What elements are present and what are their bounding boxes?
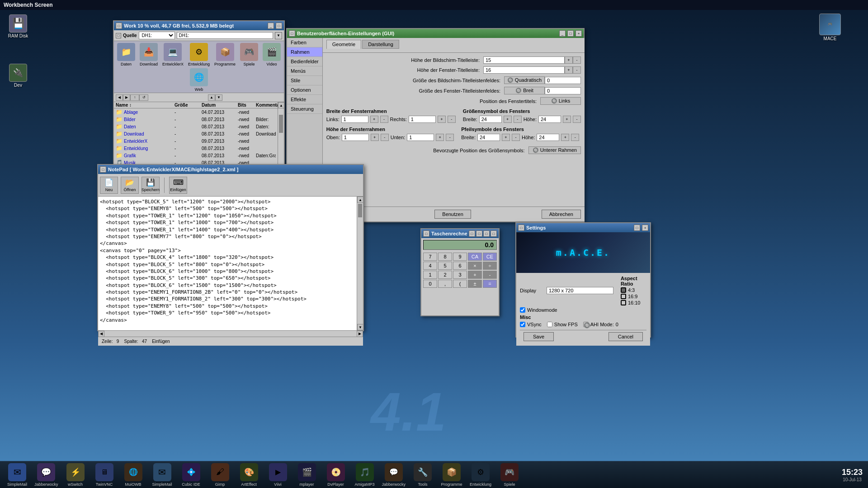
sidebar-item-bedienfelder[interactable]: Bedienfelder (287, 57, 322, 66)
taskbar-app-viivi[interactable]: ▶ Viivi (264, 462, 292, 488)
fm-min-btn[interactable]: _ (268, 23, 274, 29)
notepad-save-btn[interactable]: 💾 Speichern (142, 177, 160, 194)
gui-links-input[interactable] (341, 116, 368, 123)
gui-arrow-hoehe-inc[interactable]: + (561, 134, 569, 141)
notepad-scroll-down[interactable]: ▼ (357, 324, 363, 330)
fm-path-btn[interactable]: ▼ (275, 32, 282, 39)
sidebar-item-optionen[interactable]: Optionen (287, 85, 322, 95)
taskbar-app-muiowb[interactable]: 🌐 MuiOWB (120, 462, 147, 488)
calc-key-ca[interactable]: CA (468, 253, 482, 261)
calc-key-paren[interactable]: ( (453, 280, 467, 288)
calc-key-plus[interactable]: + (468, 271, 482, 279)
gui-window-title-size-btn[interactable]: 🔘 Breit (504, 87, 545, 94)
fm-icon-daten[interactable]: 📁 Daten (117, 43, 135, 66)
calc-titlebar[interactable]: □ Taschenrechner □ □ □ □ (421, 229, 499, 238)
gui-resize-hoehe-dec[interactable]: - (573, 116, 581, 123)
gui-arrow-breite-inc[interactable]: + (502, 134, 510, 141)
table-row[interactable]: 📁Entwicklung - 08.07.2013 -rwed (114, 145, 278, 152)
settings-ratio-1610[interactable]: 16:10 (621, 300, 646, 305)
fm-icon-video[interactable]: 🎬 Video (263, 43, 281, 66)
gui-max-btn[interactable]: □ (567, 30, 574, 37)
gui-screen-title-height-inc[interactable]: + (565, 56, 573, 64)
taskbar-app-gimp[interactable]: 🖌 Gimp (207, 462, 234, 488)
table-row[interactable]: 📁EntwicklerX - 09.07.2013 -rwed (114, 137, 278, 145)
calc-key-comma[interactable]: , (438, 280, 452, 288)
calc-key-8[interactable]: 8 (438, 253, 452, 261)
ram-disk-icon[interactable]: 💾 RAM Disk (4, 14, 33, 38)
fm-fwd-btn[interactable]: ▶ (123, 94, 130, 101)
settings-ratio-169[interactable]: 16:9 (621, 294, 646, 299)
settings-close-btn[interactable]: □ (518, 225, 524, 231)
file-manager-titlebar[interactable]: □ Work 10 % voll, 46,7 GB frei, 5.532,9 … (114, 21, 284, 30)
gui-resize-hoehe-inc[interactable]: + (563, 116, 571, 123)
gui-window-title-height-dec[interactable]: - (573, 66, 581, 74)
taskbar-app-simplemail2[interactable]: ✉ SimpleMail (149, 462, 176, 488)
calc-key-minus[interactable]: - (483, 271, 497, 279)
taskbar-app-jabberwocky2[interactable]: 💬 Jabberwocky (380, 462, 408, 488)
gui-oben-inc[interactable]: + (371, 134, 379, 141)
taskbar-app-cubicide[interactable]: 💠 Cubic IDE (178, 462, 205, 488)
gui-screen-title-height-input[interactable] (483, 56, 565, 64)
calc-key-4[interactable]: 4 (423, 262, 437, 270)
calc-key-2[interactable]: 2 (438, 271, 452, 279)
gui-window-title-pos-btn[interactable]: 🔘 Links (540, 97, 581, 105)
gui-use-btn[interactable]: Benutzen (434, 210, 471, 219)
fm-nav-close-btn[interactable]: □ (116, 33, 121, 38)
gui-resize-breite-inc[interactable]: + (504, 116, 512, 123)
gui-arrow-hoehe-input[interactable] (537, 134, 559, 141)
taskbar-app-entwicklung[interactable]: ⚙ Entwicklung (467, 462, 494, 488)
sidebar-item-effekte[interactable]: Effekte (287, 95, 322, 104)
gui-unten-inc[interactable]: + (436, 134, 444, 141)
fm-col-date[interactable]: Datum (202, 103, 238, 108)
fm-scroll-up[interactable]: ▲ (278, 102, 284, 108)
table-row[interactable]: 📁Bilder - 08.07.2013 -rwed Bilder: (114, 116, 278, 123)
calc-key-7[interactable]: 7 (423, 253, 437, 261)
fm-icon-web[interactable]: 🌐 Web (190, 68, 208, 92)
gui-screen-title-size-input[interactable] (545, 77, 581, 84)
gui-rechts-input[interactable] (409, 116, 436, 123)
gui-close-btn[interactable]: □ (289, 30, 295, 37)
notepad-close-btn[interactable]: □ (100, 166, 106, 173)
gui-arrow-breite-input[interactable] (477, 134, 500, 141)
settings-titlebar[interactable]: □ Settings □ + (516, 223, 650, 232)
settings-ratio-43[interactable]: 4:3 (621, 287, 646, 293)
fm-scroll-down-btn[interactable]: ▼ (215, 94, 222, 101)
fm-icon-spiele[interactable]: 🎮 Spiele (240, 43, 258, 66)
gui-links-inc[interactable]: + (370, 116, 378, 123)
notepad-scroll-track-v[interactable] (357, 203, 363, 324)
taskbar-app-amigamp3[interactable]: 🎵 AmigaMP3 (351, 462, 378, 488)
gui-oben-dec[interactable]: - (381, 134, 389, 141)
table-row[interactable]: 📁Ablage - 04.07.2013 -rwed (114, 108, 278, 116)
fm-icon-entwicklerx[interactable]: 💻 EntwicklerX (162, 43, 184, 66)
settings-ratio-43-radio[interactable] (621, 287, 626, 293)
calc-key-6[interactable]: 6 (453, 262, 467, 270)
gui-window-title-height-inc[interactable]: + (565, 66, 573, 74)
gui-cancel-btn[interactable]: Abbrechen (542, 210, 581, 219)
calc-btn1[interactable]: □ (469, 230, 475, 237)
gui-rechts-inc[interactable]: + (438, 116, 446, 123)
notepad-titlebar[interactable]: □ NotePad [ Work:EntwicklerX/MACE/high/s… (98, 165, 363, 174)
fm-col-size[interactable]: Größe (175, 103, 202, 108)
fm-icon-programme[interactable]: 📦 Programme (214, 43, 236, 66)
fm-scroll-up-btn[interactable]: ▲ (208, 94, 215, 101)
calc-key-3[interactable]: 3 (453, 271, 467, 279)
gui-max2-btn[interactable]: + (576, 30, 582, 37)
fm-col-bits[interactable]: Bits (238, 103, 256, 108)
gui-window-title-height-input[interactable] (483, 66, 565, 74)
calc-key-0[interactable]: 0 (423, 280, 437, 288)
calc-btn2[interactable]: □ (476, 230, 482, 237)
fm-reload-btn[interactable]: ↺ (139, 94, 148, 101)
taskbar-app-tools[interactable]: 🔧 Tools (409, 462, 436, 488)
sidebar-item-menus[interactable]: Menüs (287, 66, 322, 76)
dev-icon[interactable]: 🔌 Dev (4, 64, 33, 88)
gui-resize-hoehe-input[interactable] (538, 116, 561, 123)
notepad-scroll-right-btn[interactable]: ▶ (357, 331, 363, 337)
settings-ratio-1610-radio[interactable] (621, 300, 626, 305)
settings-cancel-btn[interactable]: Cancel (609, 332, 643, 341)
taskbar-app-jabberwocky[interactable]: 💬 Jabberwocky (33, 462, 60, 488)
gui-oben-input[interactable] (342, 134, 369, 141)
sidebar-item-farben[interactable]: Farben (287, 38, 322, 47)
taskbar-app-arteffect[interactable]: 🎨 ArtEffect (236, 462, 263, 488)
settings-display-input[interactable] (547, 287, 613, 294)
fm-icon-download[interactable]: 📥 Download (140, 43, 158, 66)
